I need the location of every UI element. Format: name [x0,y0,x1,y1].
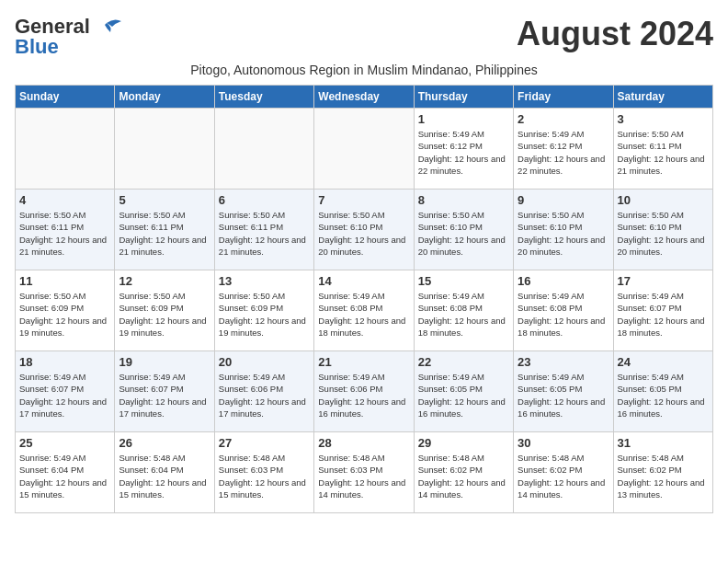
day-number: 21 [318,355,409,369]
day-info: Sunrise: 5:49 AMSunset: 6:05 PMDaylight:… [618,371,709,419]
calendar-day-cell: 25Sunrise: 5:49 AMSunset: 6:04 PMDayligh… [16,432,115,513]
day-number: 8 [418,193,509,207]
day-info: Sunrise: 5:49 AMSunset: 6:04 PMDaylight:… [19,452,110,500]
calendar-day-cell: 13Sunrise: 5:50 AMSunset: 6:09 PMDayligh… [214,270,313,351]
calendar-day-cell: 23Sunrise: 5:49 AMSunset: 6:05 PMDayligh… [514,351,613,432]
day-info: Sunrise: 5:50 AMSunset: 6:11 PMDaylight:… [19,209,110,258]
calendar-day-cell: 12Sunrise: 5:50 AMSunset: 6:09 PMDayligh… [115,270,214,351]
day-info: Sunrise: 5:49 AMSunset: 6:07 PMDaylight:… [119,371,210,419]
day-number: 11 [19,274,110,288]
day-number: 1 [418,112,509,126]
calendar-day-cell: 4Sunrise: 5:50 AMSunset: 6:11 PMDaylight… [16,190,115,270]
calendar-week-row: 11Sunrise: 5:50 AMSunset: 6:09 PMDayligh… [16,270,713,351]
day-number: 15 [418,274,509,288]
day-of-week-header: Tuesday [214,86,313,109]
day-info: Sunrise: 5:50 AMSunset: 6:10 PMDaylight:… [518,209,609,258]
calendar-week-row: 25Sunrise: 5:49 AMSunset: 6:04 PMDayligh… [16,432,713,513]
calendar-day-cell [16,109,115,190]
day-info: Sunrise: 5:50 AMSunset: 6:09 PMDaylight:… [119,290,210,339]
page-header: General Blue August 2024 [15,15,713,59]
day-number: 18 [19,355,110,369]
calendar-day-cell: 6Sunrise: 5:50 AMSunset: 6:11 PMDaylight… [214,190,313,270]
day-info: Sunrise: 5:48 AMSunset: 6:02 PMDaylight:… [518,452,609,500]
day-number: 13 [219,274,310,288]
day-info: Sunrise: 5:49 AMSunset: 6:08 PMDaylight:… [318,290,409,339]
day-info: Sunrise: 5:50 AMSunset: 6:09 PMDaylight:… [219,290,310,339]
calendar-day-cell: 18Sunrise: 5:49 AMSunset: 6:07 PMDayligh… [16,351,115,432]
calendar-day-cell [214,109,313,190]
day-info: Sunrise: 5:50 AMSunset: 6:11 PMDaylight:… [119,209,210,258]
calendar-day-cell: 15Sunrise: 5:49 AMSunset: 6:08 PMDayligh… [414,270,513,351]
calendar-day-cell: 26Sunrise: 5:48 AMSunset: 6:04 PMDayligh… [115,432,214,513]
day-info: Sunrise: 5:49 AMSunset: 6:05 PMDaylight:… [518,371,609,419]
day-info: Sunrise: 5:49 AMSunset: 6:05 PMDaylight:… [418,371,509,419]
day-info: Sunrise: 5:49 AMSunset: 6:07 PMDaylight:… [19,371,110,419]
day-number: 16 [518,274,609,288]
day-number: 10 [618,193,709,207]
calendar-subtitle: Pitogo, Autonomous Region in Muslim Mind… [15,63,713,77]
day-number: 29 [418,436,509,450]
calendar-table: SundayMondayTuesdayWednesdayThursdayFrid… [15,85,713,513]
day-number: 12 [119,274,210,288]
day-number: 24 [618,355,709,369]
day-info: Sunrise: 5:49 AMSunset: 6:06 PMDaylight:… [219,371,310,419]
day-number: 26 [119,436,210,450]
calendar-day-cell: 8Sunrise: 5:50 AMSunset: 6:10 PMDaylight… [414,190,513,270]
day-number: 5 [119,193,210,207]
calendar-day-cell: 17Sunrise: 5:49 AMSunset: 6:07 PMDayligh… [613,270,712,351]
day-number: 25 [19,436,110,450]
calendar-day-cell: 22Sunrise: 5:49 AMSunset: 6:05 PMDayligh… [414,351,513,432]
calendar-week-row: 1Sunrise: 5:49 AMSunset: 6:12 PMDaylight… [16,109,713,190]
calendar-day-cell: 14Sunrise: 5:49 AMSunset: 6:08 PMDayligh… [314,270,414,351]
day-number: 3 [618,112,709,126]
day-info: Sunrise: 5:50 AMSunset: 6:09 PMDaylight:… [19,290,110,339]
day-number: 19 [119,355,210,369]
day-number: 4 [19,193,110,207]
day-info: Sunrise: 5:49 AMSunset: 6:12 PMDaylight:… [518,128,609,177]
calendar-day-cell: 27Sunrise: 5:48 AMSunset: 6:03 PMDayligh… [214,432,313,513]
day-number: 28 [318,436,409,450]
logo: General Blue [15,15,123,59]
day-info: Sunrise: 5:48 AMSunset: 6:04 PMDaylight:… [119,452,210,500]
day-number: 20 [219,355,310,369]
day-info: Sunrise: 5:48 AMSunset: 6:02 PMDaylight:… [618,452,709,500]
day-of-week-header: Sunday [16,86,115,109]
calendar-header-row: SundayMondayTuesdayWednesdayThursdayFrid… [16,86,713,109]
day-number: 17 [618,274,709,288]
calendar-day-cell [115,109,214,190]
calendar-day-cell: 10Sunrise: 5:50 AMSunset: 6:10 PMDayligh… [613,190,712,270]
day-info: Sunrise: 5:50 AMSunset: 6:10 PMDaylight:… [618,209,709,258]
calendar-day-cell: 2Sunrise: 5:49 AMSunset: 6:12 PMDaylight… [514,109,613,190]
day-of-week-header: Monday [115,86,214,109]
day-number: 27 [219,436,310,450]
calendar-day-cell: 28Sunrise: 5:48 AMSunset: 6:03 PMDayligh… [314,432,414,513]
day-info: Sunrise: 5:49 AMSunset: 6:07 PMDaylight:… [618,290,709,339]
day-info: Sunrise: 5:50 AMSunset: 6:11 PMDaylight:… [219,209,310,258]
calendar-day-cell [314,109,414,190]
day-info: Sunrise: 5:48 AMSunset: 6:02 PMDaylight:… [418,452,509,500]
calendar-day-cell: 5Sunrise: 5:50 AMSunset: 6:11 PMDaylight… [115,190,214,270]
calendar-day-cell: 24Sunrise: 5:49 AMSunset: 6:05 PMDayligh… [613,351,712,432]
calendar-day-cell: 29Sunrise: 5:48 AMSunset: 6:02 PMDayligh… [414,432,513,513]
day-info: Sunrise: 5:49 AMSunset: 6:08 PMDaylight:… [518,290,609,339]
calendar-day-cell: 3Sunrise: 5:50 AMSunset: 6:11 PMDaylight… [613,109,712,190]
day-number: 9 [518,193,609,207]
calendar-week-row: 18Sunrise: 5:49 AMSunset: 6:07 PMDayligh… [16,351,713,432]
day-number: 7 [318,193,409,207]
day-number: 30 [518,436,609,450]
calendar-day-cell: 16Sunrise: 5:49 AMSunset: 6:08 PMDayligh… [514,270,613,351]
day-of-week-header: Saturday [613,86,712,109]
day-info: Sunrise: 5:50 AMSunset: 6:10 PMDaylight:… [318,209,409,258]
calendar-week-row: 4Sunrise: 5:50 AMSunset: 6:11 PMDaylight… [16,190,713,270]
day-info: Sunrise: 5:49 AMSunset: 6:08 PMDaylight:… [418,290,509,339]
calendar-day-cell: 9Sunrise: 5:50 AMSunset: 6:10 PMDaylight… [514,190,613,270]
calendar-day-cell: 20Sunrise: 5:49 AMSunset: 6:06 PMDayligh… [214,351,313,432]
calendar-day-cell: 19Sunrise: 5:49 AMSunset: 6:07 PMDayligh… [115,351,214,432]
calendar-day-cell: 21Sunrise: 5:49 AMSunset: 6:06 PMDayligh… [314,351,414,432]
day-number: 22 [418,355,509,369]
day-of-week-header: Wednesday [314,86,414,109]
month-year-title: August 2024 [517,15,713,53]
day-number: 31 [618,436,709,450]
calendar-day-cell: 1Sunrise: 5:49 AMSunset: 6:12 PMDaylight… [414,109,513,190]
day-info: Sunrise: 5:50 AMSunset: 6:10 PMDaylight:… [418,209,509,258]
